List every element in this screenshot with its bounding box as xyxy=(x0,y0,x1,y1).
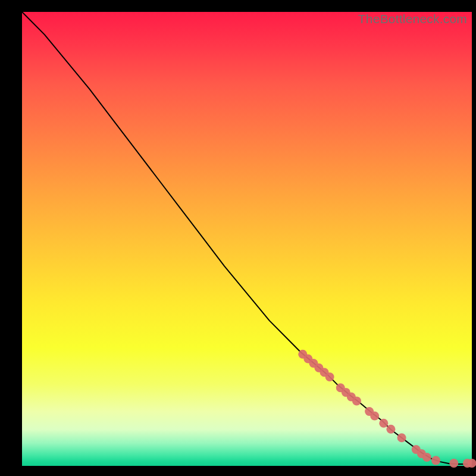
data-point xyxy=(449,459,458,468)
data-point xyxy=(325,372,334,381)
data-point xyxy=(352,396,361,405)
data-point xyxy=(422,453,431,462)
data-point xyxy=(379,419,388,428)
plot-area: TheBottleneck.com xyxy=(22,12,472,466)
chart-frame: TheBottleneck.com xyxy=(0,0,476,476)
curve-line xyxy=(22,12,472,464)
data-point xyxy=(397,433,406,442)
data-point xyxy=(370,412,379,421)
data-point xyxy=(386,425,395,434)
chart-overlay xyxy=(22,12,472,466)
data-point xyxy=(431,456,440,465)
data-point xyxy=(468,459,477,468)
